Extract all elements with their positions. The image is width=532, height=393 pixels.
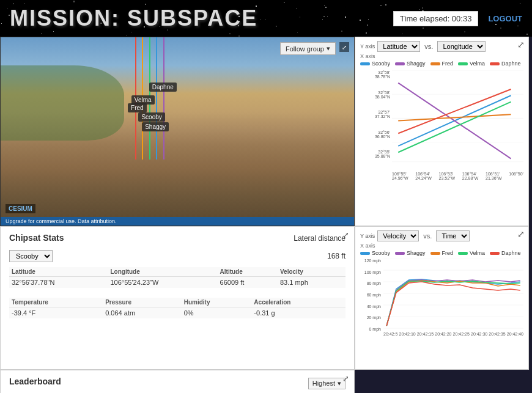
legend2-velma-label: Velma — [470, 250, 485, 256]
table-row: 32°56'37.78"N 106°55'24.23"W 66009 ft 83… — [9, 277, 345, 288]
time-elapsed-display: Time elapsed: 00:33 — [393, 11, 478, 26]
header-right: Time elapsed: 00:33 LOGOUT — [393, 11, 522, 26]
leaderboard-filter[interactable]: Highest ▾ — [308, 378, 345, 389]
legend2-scooby: Scooby — [360, 250, 390, 256]
char-label-fred: Fred — [128, 103, 147, 112]
col-lon: Longitude — [108, 267, 217, 277]
chipsat-expand-icon[interactable]: ⤢ — [342, 230, 349, 240]
col-acc: Acceleration — [251, 298, 345, 307]
col-vel: Velocity — [278, 267, 345, 277]
chart1-y-ticks: 32°58'38.78"N 32°58'38.04"N 32°57'37.32"… — [358, 70, 390, 158]
cell-lon: 106°55'24.23"W — [108, 277, 217, 288]
cell-hum: 0% — [182, 307, 252, 319]
legend2-shaggy: Shaggy — [395, 250, 426, 256]
col-pres: Pressure — [103, 298, 182, 307]
chart1-body: 32°58'38.78"N 32°58'38.04"N 32°57'37.32"… — [392, 70, 523, 168]
chart1-x-axis-label: X axis — [355, 53, 528, 59]
chart1-expand-icon[interactable]: ⤢ — [517, 40, 525, 50]
cell-acc: -0.31 g — [251, 307, 345, 319]
legend-shaggy: Shaggy — [395, 61, 426, 67]
legend-scooby: Scooby — [360, 61, 390, 67]
legend2-scooby-label: Scooby — [372, 250, 390, 256]
chart2-y-select[interactable]: Velocity — [377, 230, 419, 241]
chart2-header: Y axis Velocity vs. Time — [355, 227, 528, 243]
legend2-daphne: Daphne — [490, 250, 521, 256]
chart1-y-axis-label: Y axis — [360, 43, 375, 50]
chart1-y-select[interactable]: Latitude — [377, 41, 420, 52]
col-hum: Humidity — [182, 298, 252, 307]
leaderboard-expand-icon[interactable]: ⤢ — [342, 374, 349, 383]
legend-shaggy-label: Shaggy — [407, 61, 426, 67]
follow-group-label: Follow group — [286, 45, 324, 53]
follow-group-button[interactable]: Follow group ▾ — [280, 42, 336, 55]
legend2-fred-label: Fred — [442, 250, 454, 256]
legend-fred: Fred — [430, 61, 454, 67]
track-line-purple — [163, 37, 164, 160]
chart1-svg — [392, 70, 523, 168]
chart1-vs: vs. — [423, 43, 435, 50]
legend-velma-label: Velma — [470, 61, 485, 67]
cell-vel: 83.1 mph — [278, 277, 345, 288]
chipsat-stats-table2: Temperature Pressure Humidity Accelerati… — [9, 298, 345, 318]
dropdown-arrow-icon: ▾ — [327, 45, 330, 53]
leaderboard-title: Leaderboard — [9, 376, 61, 386]
chart2-svg — [383, 259, 523, 329]
char-label-daphne: Daphne — [149, 83, 177, 92]
chart1-x-ticks: 106°55'24.96"W 106°54'24.24"W 106°53'23.… — [392, 172, 523, 180]
header: MISSION: SUBSPACE Time elapsed: 00:33 LO… — [0, 0, 532, 37]
chart1-legend: Scooby Shaggy Fred Velma Daphne — [355, 59, 528, 68]
chart2-x-ticks: 20:42:5 20:42:10 20:42:15 20:42:20 20:42… — [383, 332, 523, 336]
map-footer: Upgrade for commercial use. Data attribu… — [1, 217, 354, 226]
lb-dropdown-arrow-icon: ▾ — [338, 380, 341, 387]
cesium-logo: CESIUM — [6, 204, 35, 213]
legend2-velma: Velma — [458, 250, 485, 256]
leaderboard-panel: ⤢ Leaderboard Highest ▾ 1st Daphne 66285… — [0, 370, 355, 393]
chipsat-title: Chipsat Stats — [9, 233, 64, 243]
lateral-dist-label: Lateral distance — [294, 234, 345, 243]
cell-lat: 32°56'37.78"N — [9, 277, 108, 288]
chart-vel-time: Y axis Velocity vs. Time X axis Scooby S… — [355, 226, 529, 370]
chart2-x-axis-label: X axis — [355, 243, 528, 249]
chipsat-panel: ⤢ Chipsat Stats Lateral distance Scooby … — [0, 226, 355, 370]
logout-button[interactable]: LOGOUT — [488, 14, 522, 23]
svg-line-7 — [398, 114, 511, 120]
cell-temp: -39.4 °F — [9, 307, 103, 319]
chart2-y-axis-label: Y axis — [360, 233, 375, 239]
map-background: Daphne Velma Fred Scooby Shaggy Follow g… — [1, 37, 354, 226]
chart2-x-select[interactable]: Time — [436, 230, 470, 241]
chart-lat-lon: Y axis Latitude vs. Longitude X axis Sco… — [355, 37, 529, 226]
legend2-shaggy-label: Shaggy — [407, 250, 426, 256]
table-row: -39.4 °F 0.064 atm 0% -0.31 g — [9, 307, 345, 319]
col-alt: Altitude — [218, 267, 278, 277]
legend2-fred: Fred — [430, 250, 454, 256]
char-label-scooby: Scooby — [138, 112, 164, 122]
legend-velma: Velma — [458, 61, 485, 67]
col-temp: Temperature — [9, 298, 103, 307]
chart2-body: 120 mph 100 mph 80 mph 60 mph 40 mph 20 … — [383, 259, 523, 341]
chart2-expand-icon[interactable]: ⤢ — [517, 229, 525, 239]
chart1-header: Y axis Latitude vs. Longitude — [355, 37, 528, 53]
lateral-dist-value: 168 ft — [327, 252, 345, 260]
legend-daphne: Daphne — [490, 61, 521, 67]
legend2-daphne-label: Daphne — [501, 250, 521, 256]
app-title: MISSION: SUBSPACE — [10, 6, 257, 31]
col-lat: Latitude — [9, 267, 108, 277]
chart1-x-select[interactable]: Longitude — [437, 41, 486, 52]
chipsat-selector[interactable]: Scooby — [9, 250, 53, 262]
map-panel: Daphne Velma Fred Scooby Shaggy Follow g… — [0, 37, 355, 226]
chipsat-stats-table: Latitude Longitude Altitude Velocity 32°… — [9, 267, 345, 288]
chart2-legend: Scooby Shaggy Fred Velma Daphne — [355, 249, 528, 257]
chart2-y-ticks: 120 mph 100 mph 80 mph 60 mph 40 mph 20 … — [358, 259, 381, 331]
map-expand-icon[interactable]: ⤢ — [339, 42, 349, 52]
cell-alt: 66009 ft — [218, 277, 278, 288]
char-label-shaggy: Shaggy — [142, 122, 169, 131]
lb-filter-label: Highest — [312, 380, 335, 387]
chart2-vs: vs. — [421, 232, 434, 240]
legend-daphne-label: Daphne — [501, 61, 521, 67]
cell-pres: 0.064 atm — [103, 307, 182, 319]
lb-header: Leaderboard Highest ▾ — [9, 376, 345, 390]
main-grid: Daphne Velma Fred Scooby Shaggy Follow g… — [0, 37, 532, 393]
track-line-blue — [156, 37, 157, 160]
legend-fred-label: Fred — [442, 61, 454, 67]
legend-scooby-label: Scooby — [372, 61, 390, 67]
